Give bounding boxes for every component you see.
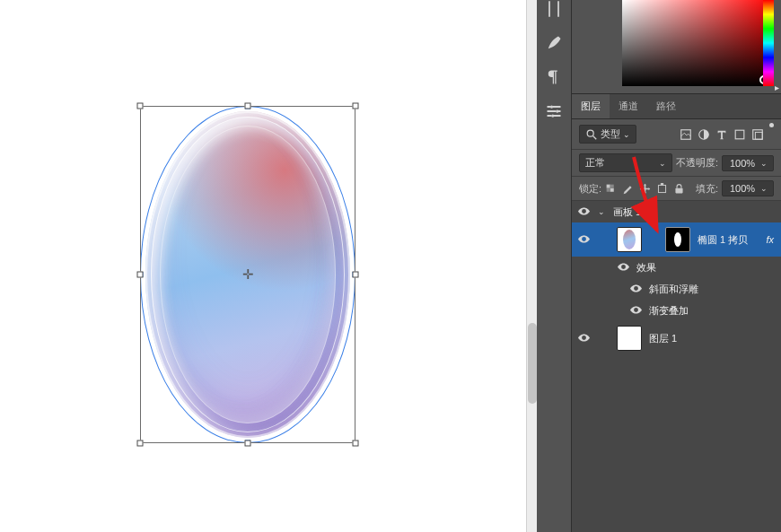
caret-down-icon: ⌄ <box>659 159 666 168</box>
resize-handle-bottom-right[interactable] <box>353 440 359 447</box>
resize-handle-bottom-left[interactable] <box>137 440 144 447</box>
svg-point-0 <box>550 105 553 108</box>
lock-artboard-icon[interactable] <box>656 183 668 195</box>
tab-channels[interactable]: 通道 <box>610 94 647 118</box>
filter-smartobject-icon[interactable] <box>751 128 764 141</box>
layer-row-background[interactable]: 图层 1 <box>572 321 781 355</box>
svg-point-1 <box>556 109 558 112</box>
filter-type-dropdown[interactable]: 类型 ⌄ <box>579 125 636 144</box>
layer-mask-thumbnail[interactable] <box>665 227 690 252</box>
caret-down-icon: ⌄ <box>623 130 630 139</box>
effects-header-row[interactable]: 效果 <box>572 257 781 278</box>
effect-bevel-row[interactable]: 斜面和浮雕 <box>572 278 781 300</box>
visibility-toggle[interactable] <box>577 206 590 217</box>
resize-handle-mid-left[interactable] <box>137 272 144 278</box>
hue-slider[interactable] <box>763 0 774 86</box>
svg-rect-6 <box>735 130 744 139</box>
color-picker-panel: ▸ <box>572 0 781 93</box>
opacity-label: 不透明度: <box>676 156 718 170</box>
expand-arrow-icon[interactable]: ▸ <box>775 83 779 92</box>
adjustments-icon[interactable] <box>545 102 563 120</box>
layer-filter-row: 类型 ⌄ <box>572 119 781 150</box>
panel-tabs: 图层 通道 路径 <box>572 93 781 119</box>
artboard-row[interactable]: ⌄ 画板 1 <box>572 201 781 222</box>
blend-mode-dropdown[interactable]: 正常 ⌄ <box>579 153 672 172</box>
panels-area: ▸ 图层 通道 路径 类型 ⌄ 正常 ⌄ 不透明度: 100% ⌄ 锁定: <box>571 0 781 532</box>
lock-transparency-icon[interactable] <box>605 183 617 195</box>
blend-mode-value: 正常 <box>585 156 605 170</box>
artboard-name[interactable]: 画板 1 <box>613 205 641 219</box>
lock-label: 锁定: <box>579 182 601 196</box>
visibility-toggle[interactable] <box>629 305 642 316</box>
svg-rect-12 <box>607 188 610 191</box>
effects-label: 效果 <box>636 261 656 275</box>
filter-shape-icon[interactable] <box>733 128 746 141</box>
resize-handle-bottom-mid[interactable] <box>245 440 251 447</box>
layer-name[interactable]: 椭圆 1 拷贝 <box>698 233 748 247</box>
svg-rect-14 <box>661 183 663 185</box>
fx-badge[interactable]: fx <box>766 234 776 245</box>
filter-pixel-icon[interactable] <box>680 128 692 141</box>
guides-icon[interactable] <box>545 0 563 18</box>
tab-layers[interactable]: 图层 <box>572 94 610 118</box>
effect-gradient-row[interactable]: 渐变叠加 <box>572 300 781 321</box>
opacity-value: 100% <box>728 158 757 169</box>
resize-handle-mid-right[interactable] <box>353 272 359 278</box>
transform-center-icon[interactable]: ✛ <box>242 266 254 283</box>
layer-name[interactable]: 图层 1 <box>649 332 677 345</box>
lock-pixels-icon[interactable] <box>622 183 634 195</box>
layer-thumbnail[interactable] <box>617 227 642 252</box>
svg-rect-13 <box>659 185 666 192</box>
search-icon <box>585 128 598 141</box>
layers-list: ⌄ 画板 1 椭圆 1 拷贝 fx 效果 斜面和浮雕 渐变叠加 <box>572 201 781 532</box>
lock-row: 锁定: 填充: 100% ⌄ <box>572 177 781 201</box>
opacity-dropdown[interactable]: 100% ⌄ <box>722 155 774 171</box>
effect-name: 渐变叠加 <box>649 304 689 318</box>
brush-icon[interactable] <box>545 34 563 52</box>
caret-down-icon: ⌄ <box>760 184 768 193</box>
visibility-toggle[interactable] <box>577 333 590 344</box>
resize-handle-top-left[interactable] <box>137 103 144 109</box>
filter-type-label: 类型 <box>601 127 620 141</box>
fill-dropdown[interactable]: 100% ⌄ <box>722 180 774 196</box>
lock-position-icon[interactable] <box>639 183 651 195</box>
canvas-area[interactable]: ✛ <box>0 0 537 532</box>
svg-rect-8 <box>755 132 762 139</box>
layer-row-ellipse[interactable]: 椭圆 1 拷贝 fx <box>572 222 781 257</box>
fill-value: 100% <box>728 183 757 194</box>
visibility-toggle[interactable] <box>617 262 629 273</box>
fill-label: 填充: <box>696 182 718 196</box>
svg-rect-7 <box>753 129 763 139</box>
resize-handle-top-mid[interactable] <box>245 103 251 109</box>
blend-mode-row: 正常 ⌄ 不透明度: 100% ⌄ <box>572 150 781 177</box>
layer-thumbnail[interactable] <box>617 326 642 351</box>
filter-toggle-icon[interactable] <box>769 123 774 127</box>
paragraph-icon[interactable] <box>545 68 563 86</box>
collapsed-tool-strip <box>537 0 571 532</box>
visibility-toggle[interactable] <box>629 283 642 294</box>
visibility-toggle[interactable] <box>577 234 590 245</box>
disclosure-toggle[interactable]: ⌄ <box>597 207 606 216</box>
svg-rect-15 <box>676 188 683 193</box>
lock-all-icon[interactable] <box>673 183 685 195</box>
effect-name: 斜面和浮雕 <box>649 283 698 296</box>
svg-rect-9 <box>607 184 610 188</box>
filter-type-text-icon[interactable] <box>715 128 728 141</box>
svg-point-2 <box>551 114 554 117</box>
canvas-vertical-scrollbar[interactable] <box>526 0 537 532</box>
caret-down-icon: ⌄ <box>760 159 768 168</box>
filter-adjustment-icon[interactable] <box>698 128 710 141</box>
color-field[interactable] <box>622 0 774 86</box>
tab-paths[interactable]: 路径 <box>647 94 685 118</box>
transform-selection[interactable]: ✛ <box>140 106 355 443</box>
svg-rect-10 <box>610 188 614 191</box>
svg-rect-11 <box>610 184 614 188</box>
svg-point-3 <box>587 130 593 136</box>
resize-handle-top-right[interactable] <box>353 103 359 109</box>
